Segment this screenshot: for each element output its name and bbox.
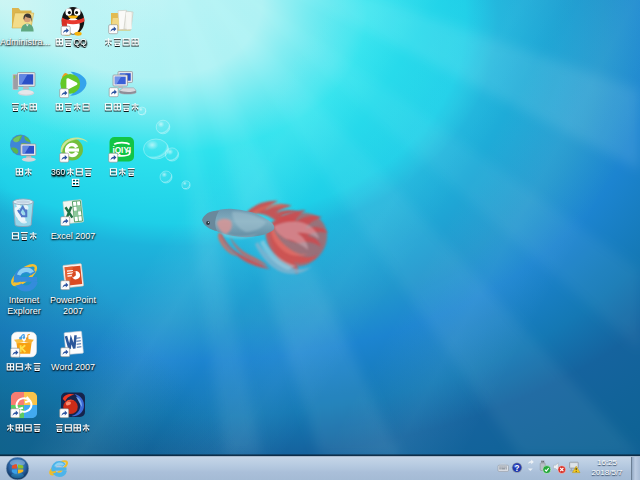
- svg-text:QQ: QQ: [74, 37, 88, 47]
- svg-text:?: ?: [514, 464, 519, 473]
- svg-text:360: 360: [51, 167, 65, 177]
